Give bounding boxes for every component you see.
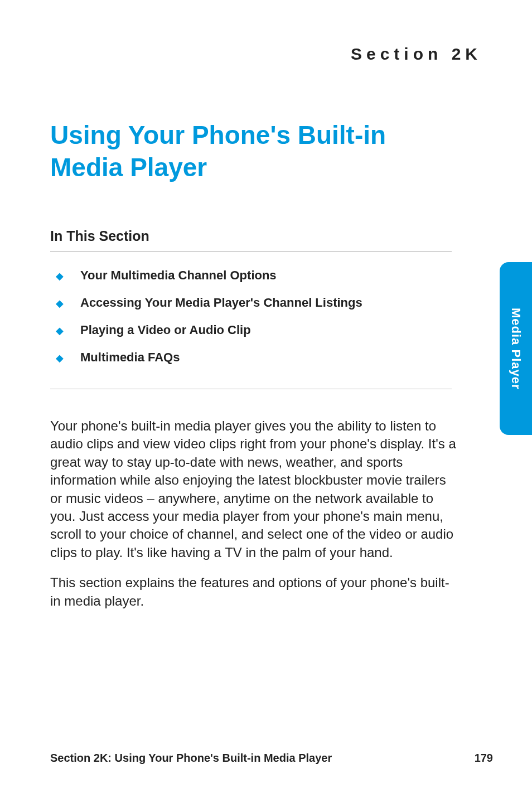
section-label: Section 2K xyxy=(50,45,482,64)
subheading: In This Section xyxy=(50,228,452,252)
page-title: Using Your Phone's Built-in Media Player xyxy=(50,119,463,183)
toc-item: ◆ Accessing Your Media Player's Channel … xyxy=(50,296,452,310)
toc-item: ◆ Your Multimedia Channel Options xyxy=(50,268,452,283)
diamond-bullet-icon: ◆ xyxy=(56,353,64,363)
toc-item-label: Multimedia FAQs xyxy=(80,350,180,365)
side-tab-label: Media Player xyxy=(509,308,523,390)
toc-item: ◆ Playing a Video or Audio Clip xyxy=(50,323,452,337)
toc-item-label: Your Multimedia Channel Options xyxy=(80,268,277,283)
diamond-bullet-icon: ◆ xyxy=(56,271,64,281)
diamond-bullet-icon: ◆ xyxy=(56,326,64,336)
toc-item-label: Playing a Video or Audio Clip xyxy=(80,323,251,337)
page-footer: Section 2K: Using Your Phone's Built-in … xyxy=(50,752,493,765)
body-paragraph: This section explains the features and o… xyxy=(50,574,457,610)
side-tab: Media Player xyxy=(500,262,532,435)
toc-item-label: Accessing Your Media Player's Channel Li… xyxy=(80,296,362,310)
page-number: 179 xyxy=(475,752,493,765)
footer-section-label: Section 2K: Using Your Phone's Built-in … xyxy=(50,752,332,765)
toc-list: ◆ Your Multimedia Channel Options ◆ Acce… xyxy=(50,268,452,389)
toc-item: ◆ Multimedia FAQs xyxy=(50,350,452,365)
diamond-bullet-icon: ◆ xyxy=(56,298,64,308)
body-paragraph: Your phone's built-in media player gives… xyxy=(50,417,457,562)
